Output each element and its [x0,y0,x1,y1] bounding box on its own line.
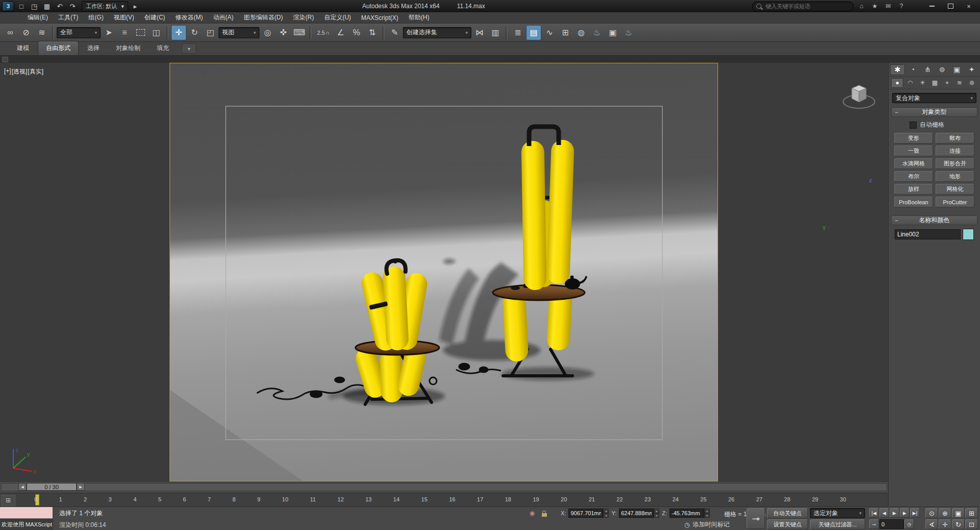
rendered-frame-window-button[interactable]: ▣ [605,25,620,40]
current-frame-field[interactable] [879,519,904,529]
category-space-warps[interactable]: ≋ [954,78,965,88]
window-crossing-toggle[interactable]: ◫ [149,25,164,40]
object-color-swatch[interactable] [963,229,974,240]
next-frame-button[interactable]: ▶ [900,508,910,518]
object-name-field[interactable] [895,229,961,239]
open-file-button[interactable]: ◳ [29,1,40,11]
ribbon-minimize-button[interactable]: ▾ [182,43,196,54]
z-spinner[interactable]: ▴▾ [704,509,710,518]
menu-item[interactable]: 创建(C) [139,12,171,23]
selection-lock-toggle[interactable] [539,508,549,518]
tab-modify[interactable]: ◔ [906,64,920,75]
menu-item[interactable]: 帮助(H) [403,12,435,23]
bind-to-space-warp-button[interactable]: ≋ [34,25,50,40]
orbit-button[interactable]: ↻ [952,519,965,529]
auto-key-toggle[interactable]: 自动关键点 [767,508,808,518]
tab-create[interactable]: ✱ [890,64,905,75]
category-geometry[interactable]: ● [891,78,903,88]
mirror-button[interactable]: ⋈ [472,25,487,40]
align-button[interactable]: ▥ [488,25,503,40]
object-type-button[interactable]: 连接 [936,146,974,156]
key-filter-dropdown[interactable]: 选定对象 ▾ [810,508,865,518]
maximize-button[interactable] [941,1,960,11]
qat-overflow-button[interactable]: ▸ [130,1,141,11]
menu-item[interactable]: 视图(V) [109,12,139,23]
next-frame-arrow[interactable]: ▶ [77,483,85,491]
add-time-tag[interactable]: ◷ 添加时间标记 [684,520,729,529]
minimize-button[interactable] [923,1,941,11]
selection-filter-dropdown[interactable]: 全部 ▾ [57,27,101,38]
zoom-button[interactable]: ⊙ [925,508,938,518]
spinner-snap-toggle[interactable]: ⇅ [365,25,380,40]
curve-editor-button[interactable]: ∿ [542,25,557,40]
menu-item[interactable]: 动画(A) [208,12,238,23]
unlink-selection-button[interactable]: ⊘ [18,25,34,40]
y-spinner[interactable]: ▴▾ [654,509,659,518]
select-and-scale-button[interactable]: ◰ [203,25,218,40]
go-to-start-button[interactable]: |◀ [869,508,879,518]
object-type-button[interactable]: 一致 [894,146,933,156]
previous-frame-arrow[interactable]: ◀ [18,483,27,491]
layer-manager-button[interactable]: ≣ [510,25,525,40]
set-keys-button[interactable]: ⊸ [747,508,765,529]
schematic-view-button[interactable]: ⊞ [558,25,573,40]
percent-snap-toggle[interactable]: % [349,25,364,40]
communication-center-icon[interactable]: ⌂ [856,2,867,11]
favorites-icon[interactable]: ★ [870,2,880,11]
ribbon-tab[interactable]: 对象绘制 [108,41,148,55]
menu-item[interactable]: 工具(T) [53,12,83,23]
zoom-extents-button[interactable]: ▣ [952,508,965,518]
tab-display[interactable]: ▣ [950,64,964,75]
object-subcategory-dropdown[interactable]: 复合对象 ▾ [892,93,976,103]
exchange-icon[interactable]: ✉ [883,2,893,11]
object-type-button[interactable]: ProBoolean [894,197,933,207]
viewport-general-menu[interactable]: [+] [4,67,11,76]
x-coordinate-field[interactable] [568,509,603,518]
field-of-view-button[interactable]: ∢ [925,519,938,529]
tab-hierarchy[interactable]: ⋔ [921,64,935,75]
ribbon-strip-handle[interactable] [2,57,8,62]
object-type-button[interactable]: 地形 [936,171,974,182]
time-slider-track[interactable] [1,483,887,491]
category-helpers[interactable]: ⌖ [942,78,953,88]
rectangular-selection-region-button[interactable] [133,25,148,40]
close-button[interactable]: × [960,1,978,11]
autogrid-checkbox[interactable] [910,122,917,129]
help-icon[interactable]: ? [896,2,906,11]
select-and-manipulate-button[interactable]: ✜ [276,25,291,40]
undo-button[interactable]: ↶ [54,1,65,11]
render-production-button[interactable]: ♨ [621,25,636,40]
select-and-link-button[interactable]: ∞ [3,25,18,40]
category-cameras[interactable]: ▦ [929,78,940,88]
time-slider-frame-label[interactable]: 0 / 30 [27,483,77,491]
object-type-button[interactable]: 放样 [894,184,933,195]
viewport-canvas[interactable] [170,63,718,481]
keyboard-shortcut-override-toggle[interactable]: ⌨ [292,25,307,40]
edit-named-selection-sets-button[interactable]: ✎ [387,25,402,40]
redo-button[interactable]: ↷ [67,1,78,11]
zoom-extents-all-button[interactable]: ⊞ [965,508,978,518]
y-coordinate-field[interactable] [619,509,654,518]
category-systems[interactable]: ⊛ [966,78,977,88]
object-type-button[interactable]: 变形 [894,133,933,143]
pan-button[interactable]: ✛ [939,519,951,529]
application-menu-button[interactable]: 3 [2,1,14,11]
play-button[interactable]: ▶ [890,508,899,518]
save-file-button[interactable]: ▦ [41,1,53,11]
ribbon-tab[interactable]: 选择 [80,41,107,55]
set-key-toggle[interactable]: 设置关键点 [767,519,808,529]
select-and-rotate-button[interactable]: ↻ [187,25,202,40]
material-editor-button[interactable]: ◍ [573,25,589,40]
render-setup-button[interactable]: ♨ [589,25,605,40]
time-slider[interactable]: ◀ 0 / 30 ▶ [0,481,888,493]
ribbon-tab[interactable]: 建模 [9,41,37,55]
maxscript-macro-recorder[interactable] [0,507,53,519]
menu-item[interactable]: 组(G) [83,12,108,23]
tab-utilities[interactable]: ✦ [965,64,978,75]
key-mode-toggle[interactable]: ⊸ [869,519,879,529]
select-object-button[interactable]: ➤ [101,25,116,40]
ribbon-tab[interactable]: 填充 [149,41,177,55]
select-and-move-button[interactable]: ✛ [171,25,186,40]
graphite-ribbon-toggle[interactable]: ▤ [526,25,541,40]
ribbon-tab[interactable]: 自由形式 [38,41,79,55]
